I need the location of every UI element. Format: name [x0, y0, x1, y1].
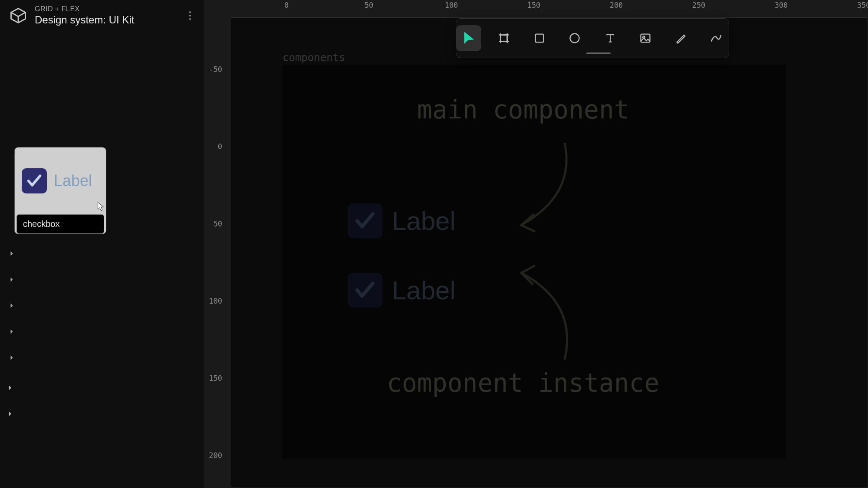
- chevron-right-icon: [6, 328, 16, 334]
- check-icon: [353, 209, 377, 233]
- ruler-horizontal: 0 50 100 150 200 250 300 350: [226, 0, 868, 13]
- card-preview: Label: [15, 147, 106, 214]
- checkbox-sample-main[interactable]: Label: [348, 203, 456, 238]
- chevron-right-icon: [6, 302, 16, 308]
- project-menu-button[interactable]: [183, 9, 197, 23]
- ruler-tick: 350: [857, 1, 868, 10]
- svg-rect-23: [501, 35, 507, 42]
- toolbar-drag-handle[interactable]: [586, 52, 611, 54]
- checkbox-box: [348, 273, 382, 308]
- project-title: Design system: UI Kit: [35, 14, 176, 26]
- sample-label: Label: [392, 206, 456, 236]
- ruler-tick: 200: [209, 451, 222, 460]
- frame-tool[interactable]: [492, 25, 517, 51]
- chevron-right-icon: [6, 354, 16, 360]
- rectangle-tool[interactable]: [527, 25, 552, 51]
- svg-point-29: [570, 34, 579, 43]
- image-tool[interactable]: [633, 25, 658, 51]
- checkbox-preview-box: [22, 168, 47, 193]
- ruler-tick: 50: [214, 219, 222, 228]
- component-card-checkbox[interactable]: Label checkbox: [15, 147, 106, 234]
- left-sidebar: GRID + FLEX Design system: UI Kit: [0, 0, 204, 488]
- pen-tool[interactable]: [668, 25, 694, 51]
- canvas[interactable]: components main component component inst…: [230, 17, 868, 488]
- svg-point-1: [189, 15, 191, 16]
- chevron-right-icon: [6, 250, 16, 256]
- svg-rect-28: [535, 34, 543, 43]
- card-caption: checkbox: [16, 214, 104, 234]
- ruler-vertical: -50 0 50 100 150 200: [204, 13, 226, 488]
- frame[interactable]: main component component instance Label …: [283, 65, 786, 459]
- ruler-tick: 150: [209, 374, 222, 383]
- ruler-tick: -50: [209, 65, 222, 74]
- checkbox-box: [348, 203, 382, 238]
- heading-component-instance: component instance: [387, 368, 660, 398]
- card-preview-label: Label: [54, 172, 92, 190]
- curved-arrow-icon: [508, 138, 578, 234]
- move-tool[interactable]: [456, 25, 481, 51]
- project-subtitle: GRID + FLEX: [35, 5, 176, 13]
- project-titles: GRID + FLEX Design system: UI Kit: [35, 5, 176, 26]
- ellipse-tool[interactable]: [562, 25, 588, 51]
- curved-arrow-icon: [508, 264, 578, 364]
- project-header: GRID + FLEX Design system: UI Kit: [0, 0, 204, 31]
- svg-point-0: [189, 11, 191, 13]
- check-icon: [26, 172, 43, 190]
- toolbar: [456, 18, 729, 58]
- chevron-right-icon: [6, 276, 16, 282]
- sample-label: Label: [392, 275, 456, 305]
- heading-main-component: main component: [417, 95, 629, 124]
- curve-tool[interactable]: [704, 25, 729, 51]
- text-tool[interactable]: [598, 25, 623, 51]
- canvas-area: 0 50 100 150 200 250 300 350 -50 0 50 10…: [204, 0, 868, 488]
- ruler-tick: 0: [218, 142, 222, 151]
- check-icon: [353, 278, 377, 302]
- ruler-tick: 100: [209, 297, 222, 305]
- svg-point-2: [189, 18, 191, 20]
- svg-rect-30: [641, 34, 650, 43]
- frame-label[interactable]: components: [283, 52, 345, 64]
- project-icon: [9, 6, 28, 25]
- checkbox-sample-instance[interactable]: Label: [348, 273, 456, 308]
